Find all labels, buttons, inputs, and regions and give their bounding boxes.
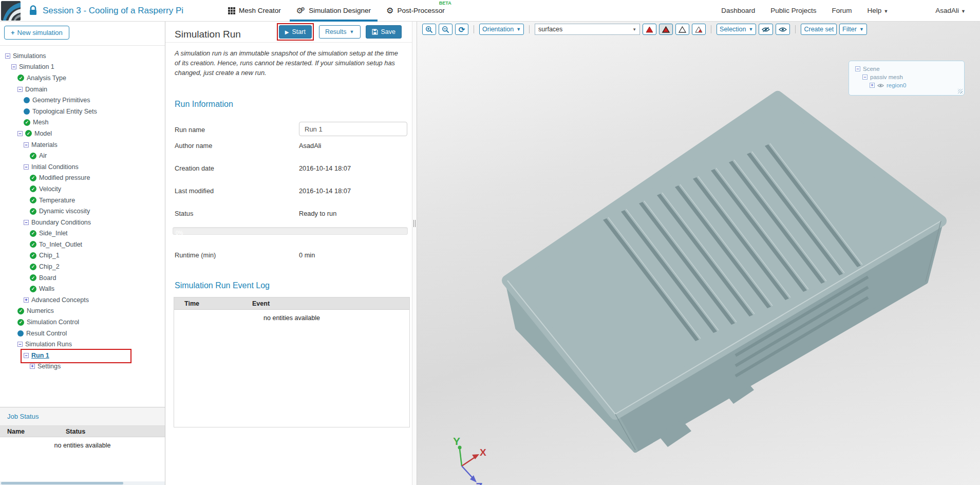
tree-item-icon[interactable] — [30, 364, 35, 369]
nav-dashboard[interactable]: Dashboard — [721, 7, 755, 14]
tree-item-icon[interactable] — [5, 53, 10, 59]
tree-item-icon[interactable] — [17, 342, 23, 347]
tree-item-icon[interactable] — [30, 264, 36, 270]
tree-item-icon[interactable] — [30, 274, 36, 281]
nav-help-menu[interactable]: Help▼ — [868, 7, 889, 14]
show-selection-button[interactable] — [776, 24, 790, 35]
user-menu[interactable]: AsadAli▼ — [935, 7, 966, 14]
scene-tree-region[interactable]: region0 — [855, 81, 964, 89]
tree-item[interactable]: Air — [0, 150, 165, 161]
scene-tree-panel[interactable]: Scene passiv mesh region0 — [849, 61, 965, 96]
collapse-icon[interactable] — [862, 74, 868, 80]
tree-item-icon[interactable] — [17, 330, 24, 337]
splitter-grip-icon[interactable] — [413, 220, 416, 227]
tree-item[interactable]: Numerics — [0, 306, 165, 317]
tree-item[interactable]: Modified pressure — [0, 173, 165, 184]
tree-item[interactable]: Simulation 1 — [0, 62, 165, 73]
tree-item-icon[interactable] — [30, 252, 36, 259]
create-set-button[interactable]: Create set — [801, 24, 837, 35]
tree-item[interactable]: Velocity — [0, 183, 165, 195]
mesh-solid-button[interactable] — [643, 24, 656, 35]
tree-item-icon[interactable] — [24, 142, 29, 147]
tree-item-icon[interactable] — [30, 153, 36, 159]
hide-selection-button[interactable] — [759, 24, 773, 35]
visibility-eye-icon[interactable] — [877, 83, 884, 88]
zoom-in-button[interactable] — [422, 24, 436, 35]
tree-item[interactable]: Walls — [0, 283, 165, 294]
tree-item[interactable]: Result Control — [0, 328, 165, 339]
viewport-3d[interactable]: Y X Z ⟳ Orientation ▼ — [417, 22, 980, 485]
scene-tree-root[interactable]: Scene — [855, 65, 964, 73]
tree-item-icon[interactable] — [17, 87, 23, 92]
tree-item-icon[interactable] — [17, 308, 24, 314]
selection-dropdown-button[interactable]: Selection ▼ — [717, 24, 756, 35]
tree-item[interactable]: Board — [0, 272, 165, 284]
toolbar-separator — [795, 25, 796, 33]
tree-item[interactable]: Temperature — [0, 195, 165, 206]
tree-item[interactable]: Mesh — [0, 117, 165, 128]
refresh-view-button[interactable]: ⟳ — [455, 24, 468, 35]
tree-item-icon[interactable] — [24, 220, 29, 225]
tree-item[interactable]: Chip_1 — [0, 250, 165, 262]
tree-item-icon[interactable] — [30, 208, 36, 215]
tree-item[interactable]: Boundary Conditions — [0, 217, 165, 228]
tree-item[interactable]: Settings — [0, 361, 165, 372]
tree-item-icon[interactable] — [11, 64, 16, 69]
panel-splitter[interactable] — [412, 22, 417, 485]
start-button[interactable]: ▶ Start — [279, 25, 312, 39]
zoom-out-button[interactable] — [439, 24, 453, 35]
tree-item-icon[interactable] — [24, 119, 30, 126]
tree-item-icon[interactable] — [30, 286, 36, 292]
save-button[interactable]: Save — [366, 25, 402, 39]
collapse-icon[interactable] — [855, 66, 860, 71]
tree-item-icon[interactable] — [17, 131, 23, 136]
tree-item[interactable]: Simulation Runs — [0, 339, 165, 350]
tree-item-icon[interactable] — [30, 185, 36, 192]
tab-post-processor[interactable]: ⚙ Post-Processor BETA — [379, 0, 453, 22]
nav-public-projects[interactable]: Public Projects — [770, 7, 816, 14]
tree-item[interactable]: Topological Entity Sets — [0, 106, 165, 117]
tree-item-icon[interactable] — [24, 353, 29, 358]
tree-item-icon[interactable] — [30, 230, 36, 237]
mesh-wireframe-button[interactable] — [675, 24, 689, 35]
tree-item[interactable]: To_Inlet_Outlet — [0, 239, 165, 250]
tree-item[interactable]: Initial Conditions — [0, 161, 165, 173]
render-mode-select[interactable]: surfaces ▼ — [535, 24, 640, 35]
tree-item[interactable]: Advanced Concepts — [0, 294, 165, 306]
tree-item-icon[interactable] — [30, 175, 36, 181]
filter-dropdown-button[interactable]: Filter ▼ — [839, 24, 867, 35]
tree-item[interactable]: Side_Inlet — [0, 228, 165, 239]
tree-item-icon[interactable] — [24, 164, 29, 170]
tree-item-icon[interactable] — [30, 197, 36, 203]
scrollbar-thumb[interactable] — [1, 482, 123, 484]
tree-item-icon[interactable] — [17, 319, 24, 326]
expand-icon[interactable] — [870, 83, 875, 88]
tree-item-icon[interactable] — [30, 241, 36, 248]
scene-tree-mesh[interactable]: passiv mesh — [855, 73, 964, 81]
tree-item-icon[interactable] — [24, 108, 30, 115]
nav-forum[interactable]: Forum — [832, 7, 852, 14]
tree-item[interactable]: Simulation Control — [0, 316, 165, 328]
tab-mesh-creator[interactable]: Mesh Creator — [220, 0, 289, 22]
tree-item[interactable]: Geometry Primitives — [0, 95, 165, 106]
mesh-surface-edges-button[interactable] — [659, 24, 673, 35]
run-name-input[interactable] — [299, 122, 407, 136]
orientation-dropdown-button[interactable]: Orientation ▼ — [479, 24, 524, 35]
tree-item[interactable]: Domain — [0, 84, 165, 95]
results-dropdown-button[interactable]: Results ▼ — [319, 25, 361, 39]
tree-item-icon[interactable] — [24, 97, 30, 103]
new-simulation-button[interactable]: + New simulation — [4, 26, 69, 40]
sidebar-horizontal-scrollbar[interactable] — [0, 481, 165, 485]
tree-item[interactable]: Analysis Type — [0, 72, 165, 84]
tree-item[interactable]: Simulations — [0, 50, 165, 62]
tree-item[interactable]: Run 1 — [0, 350, 165, 361]
tab-simulation-designer[interactable]: ⚙⚙ Simulation Designer — [289, 0, 379, 22]
tree-item[interactable]: Chip_2 — [0, 261, 165, 272]
mesh-points-button[interactable] — [692, 24, 706, 35]
tree-item[interactable]: Dynamic viscosity — [0, 206, 165, 217]
tree-item-icon[interactable] — [17, 74, 24, 81]
tree-item[interactable]: Materials — [0, 139, 165, 151]
tree-item-icon[interactable] — [24, 297, 29, 303]
project-title: Session 3 - Cooling of a Rasperry Pi — [43, 6, 183, 16]
tree-item[interactable]: Model — [0, 128, 165, 139]
